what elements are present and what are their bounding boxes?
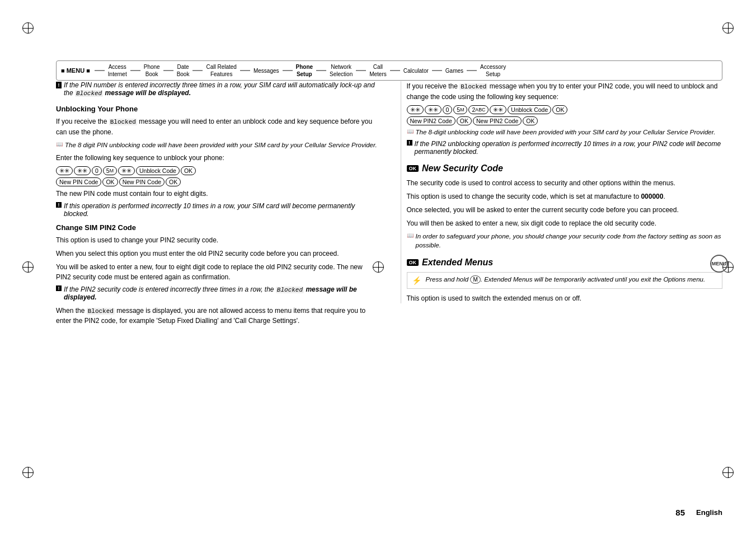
language-label: English — [696, 508, 722, 517]
pin2-p3: You will be asked to enter a new, four t… — [56, 262, 378, 282]
nav-item-access-internet[interactable]: AccessInternet — [106, 63, 129, 78]
key-new-pin2: New PIN Code — [119, 177, 165, 186]
r-key-ok-2: OK — [457, 116, 472, 125]
security-code-p4: You will then be asked to enter a new, s… — [407, 218, 723, 228]
unblocking-p1: If you receive the Blocked message you w… — [56, 116, 378, 137]
section-pin2-heading: Change SIM PIN2 Code — [56, 223, 378, 232]
r-key-new-pin2: New PIN2 Code — [407, 116, 456, 125]
key-ok-2: OK — [102, 177, 118, 186]
nav-divider-2 — [130, 70, 140, 71]
warning-icon-top: ! — [56, 82, 62, 88]
note-pin-unblocking-text: The 8 digit PIN unblocking code will hav… — [65, 140, 378, 149]
right-col-wrapper: If you receive the Blocked message when … — [401, 81, 723, 489]
nav-item-games[interactable]: Games — [443, 67, 466, 74]
nav-divider-9 — [390, 70, 400, 71]
crosshair-top-right — [722, 22, 734, 34]
pin-digits-note: The new PIN code must contain four to ei… — [56, 189, 378, 199]
r-key-5: 5M — [453, 105, 467, 114]
nav-divider-10 — [432, 70, 442, 71]
warning-icon-3: ! — [56, 285, 62, 291]
warning-10-times: ! If this operation is performed incorre… — [56, 202, 378, 218]
new-security-code-title: New Security Code — [422, 163, 503, 174]
right-key-seq-row2: New PIN2 Code OK New PIN2 Code OK — [407, 116, 723, 125]
key-star1: ✳✳ — [56, 166, 73, 175]
nav-item-call-related[interactable]: Call RelatedFeatures — [204, 63, 238, 78]
key-unblock-code: Unblock Code — [136, 166, 180, 175]
warning-pin2-text: If the PIN2 security code is entered inc… — [64, 285, 378, 301]
warning-pin2-3times: ! If the PIN2 security code is entered i… — [56, 285, 378, 301]
r-key-0: 0 — [443, 105, 453, 114]
ok-icon-2: OK — [407, 259, 419, 266]
extended-menus-title: Extended Menus — [422, 257, 493, 268]
nav-divider-3 — [163, 70, 173, 71]
crosshair-bottom-left — [22, 467, 34, 478]
note-pin-unblocking: 📖 The 8 digit PIN unblocking code will h… — [56, 140, 378, 149]
key-sequence-intro: Enter the following key sequence to unbl… — [56, 153, 378, 163]
nav-item-network-selection[interactable]: NetworkSelection — [327, 63, 355, 78]
nav-item-phone-setup[interactable]: PhoneSetup — [294, 63, 316, 78]
r-key-star2: ✳✳ — [425, 105, 442, 114]
key-star3: ✳✳ — [118, 166, 135, 175]
note-8digit-text: The 8-digit unblocking code will have be… — [416, 128, 723, 137]
nav-item-date-book[interactable]: DateBook — [175, 63, 192, 78]
section-new-security-code: OK New Security Code — [407, 163, 723, 174]
nav-divider-4 — [192, 70, 203, 71]
warning-icon-2: ! — [56, 202, 62, 208]
warning-pin2-10text: If the PIN2 unblocking operation is perf… — [415, 140, 723, 156]
key-seq-row2: New PIN Code OK New PIN Code OK — [56, 177, 378, 186]
top-warning-text: If the PIN number is entered incorrectly… — [64, 81, 378, 97]
nav-divider-7 — [316, 70, 326, 71]
nav-item-phone-book[interactable]: PhoneBook — [142, 63, 162, 78]
lightning-icon: ⚡ — [412, 276, 421, 285]
r-key-new-pin2b: New PIN2 Code — [473, 116, 522, 125]
nav-bar: ■ MENU ■ AccessInternet PhoneBook DateBo… — [56, 60, 722, 81]
nav-divider-1 — [95, 70, 105, 71]
note-safeguard: 📖 In order to safeguard your phone, you … — [407, 232, 723, 250]
float-menu-area: MENU — [710, 255, 728, 273]
key-ok-3: OK — [166, 177, 181, 186]
note-icon-3: 📖 — [407, 232, 414, 238]
nav-divider-5 — [240, 70, 250, 71]
note-8digit-unblock: 📖 The 8-digit unblocking code will have … — [407, 128, 723, 137]
pin2-p2: When you select this option you must ent… — [56, 249, 378, 259]
security-code-p2: This option is used to change the securi… — [407, 191, 723, 202]
right-key-seq-row1: ✳✳ ✳✳ 0 5M 2ABC ✳✳ Unblock Code OK — [407, 105, 723, 114]
warning-pin2-10times: ! If the PIN2 unblocking operation is pe… — [407, 140, 723, 156]
note-icon-2: 📖 — [407, 128, 414, 134]
crosshair-bottom-right — [722, 467, 734, 478]
r-key-2: 2ABC — [468, 105, 489, 114]
right-column: If you receive the Blocked message when … — [401, 81, 723, 303]
extended-menus-p1: This option is used to switch the extend… — [407, 293, 723, 303]
ok-icon-1: OK — [407, 165, 419, 172]
crosshair-top-left — [22, 22, 34, 34]
security-code-p3: Once selected, you will be asked to ente… — [407, 205, 723, 215]
note-icon-1: 📖 — [56, 141, 63, 147]
nav-item-accessory-setup[interactable]: AccessorySetup — [478, 63, 508, 78]
ext-menus-note-text: Press and hold M. Extended Menus will be… — [426, 276, 706, 283]
crosshair-mid-left — [22, 261, 34, 273]
section-unblocking-heading: Unblocking Your Phone — [56, 105, 378, 113]
pin2-p1: This option is used to change your PIN2 … — [56, 235, 378, 245]
nav-item-messages[interactable]: Messages — [251, 67, 281, 74]
top-warning-block: ! If the PIN number is entered incorrect… — [56, 81, 378, 97]
ext-menus-note-box: ⚡ Press and hold M. Extended Menus will … — [407, 272, 723, 289]
r-key-star3: ✳✳ — [490, 105, 506, 114]
page-number: 85 — [675, 508, 685, 517]
key-seq-row1: ✳✳ ✳✳ 0 5M ✳✳ Unblock Code OK — [56, 166, 378, 175]
key-0: 0 — [92, 166, 102, 175]
left-column: ! If the PIN number is entered incorrect… — [56, 81, 384, 489]
nav-item-calculator[interactable]: Calculator — [401, 67, 431, 74]
page-footer: 85 English — [56, 508, 722, 517]
nav-item-call-meters[interactable]: CallMeters — [367, 63, 389, 78]
security-code-p1: The security code is used to control acc… — [407, 178, 723, 188]
r-key-ok-1: OK — [552, 105, 567, 114]
r-key-ok-3: OK — [523, 116, 538, 125]
content-wrapper: ! If the PIN number is entered incorrect… — [56, 81, 722, 489]
note-safeguard-text: In order to safeguard your phone, you sh… — [416, 232, 723, 250]
menu-label: ■ MENU ■ — [61, 67, 90, 74]
key-5: 5M — [103, 166, 117, 175]
key-ok-1: OK — [181, 166, 196, 175]
pin2-blocked-note: When the Blocked message is displayed, y… — [56, 306, 378, 326]
warning-icon-4: ! — [407, 140, 412, 146]
key-star2: ✳✳ — [74, 166, 91, 175]
